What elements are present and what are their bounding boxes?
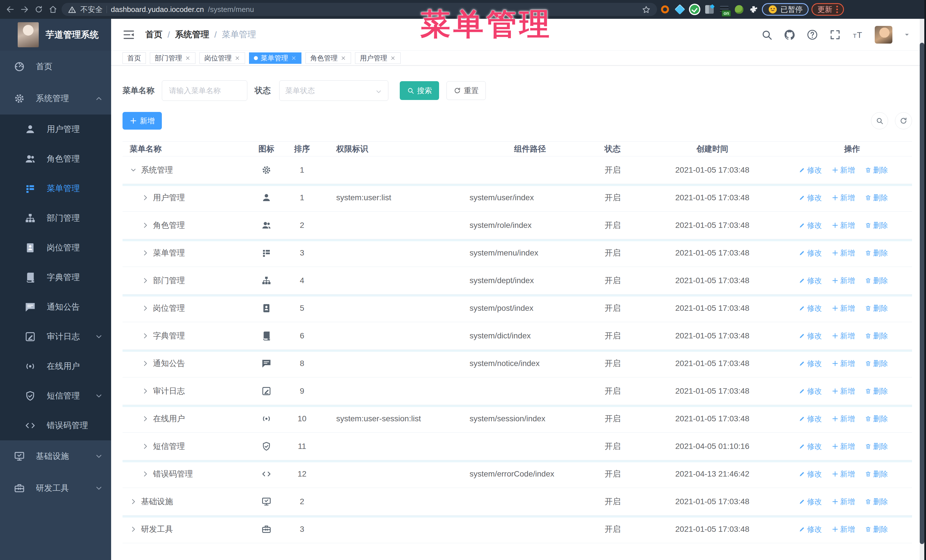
question-icon[interactable] [806, 29, 818, 41]
sidebar-item-3[interactable]: 角色管理 [0, 144, 111, 174]
sidebar-item-13[interactable]: 基础设施 [0, 440, 111, 472]
columns-extension-icon[interactable] [704, 4, 714, 15]
add-link[interactable]: 新增 [832, 524, 855, 534]
add-link[interactable]: 新增 [832, 442, 855, 451]
sidebar-item-7[interactable]: 字典管理 [0, 263, 111, 292]
orange-ring-extension-icon[interactable] [660, 4, 670, 15]
expand-row-icon[interactable] [142, 387, 149, 395]
edit-link[interactable]: 修改 [799, 331, 822, 341]
sidebar-item-0[interactable]: 首页 [0, 51, 111, 83]
edit-link[interactable]: 修改 [799, 193, 822, 203]
delete-link[interactable]: 删除 [865, 276, 888, 286]
close-icon[interactable] [291, 55, 297, 61]
paused-extension-pill[interactable]: 已暂停 [762, 3, 809, 16]
close-icon[interactable] [235, 55, 240, 61]
expand-row-icon[interactable] [142, 415, 149, 423]
reload-icon[interactable] [33, 4, 44, 15]
sidebar-item-4[interactable]: 菜单管理 [0, 174, 111, 203]
add-link[interactable]: 新增 [832, 331, 855, 341]
edit-link[interactable]: 修改 [799, 303, 822, 313]
add-link[interactable]: 新增 [832, 469, 855, 479]
tab-部门管理[interactable]: 部门管理 [150, 53, 195, 64]
search-button[interactable]: 搜索 [400, 81, 439, 100]
expand-row-icon[interactable] [142, 332, 149, 340]
tab-角色管理[interactable]: 角色管理 [306, 53, 351, 64]
add-link[interactable]: 新增 [832, 303, 855, 313]
refresh-table-button[interactable] [895, 112, 912, 129]
green-animal-extension-icon[interactable] [734, 4, 744, 15]
edit-link[interactable]: 修改 [799, 386, 822, 396]
bookmark-star-icon[interactable] [642, 5, 651, 14]
update-browser-button[interactable]: 更新 [811, 3, 844, 16]
edit-link[interactable]: 修改 [799, 165, 822, 175]
tab-首页[interactable]: 首页 [123, 53, 146, 64]
font-size-icon[interactable]: TT [852, 29, 864, 41]
avatar[interactable] [875, 26, 893, 44]
sidebar-item-11[interactable]: 短信管理 [0, 381, 111, 411]
breadcrumb-home[interactable]: 首页 [145, 29, 162, 41]
github-icon[interactable] [784, 29, 796, 41]
sidebar-item-6[interactable]: 岗位管理 [0, 233, 111, 263]
chevron-down-icon[interactable] [903, 31, 911, 38]
delete-link[interactable]: 删除 [865, 497, 888, 507]
add-button[interactable]: 新增 [123, 112, 162, 130]
edit-link[interactable]: 修改 [799, 442, 822, 451]
edit-link[interactable]: 修改 [799, 220, 822, 231]
expand-row-icon[interactable] [142, 249, 149, 257]
edit-link[interactable]: 修改 [799, 469, 822, 479]
add-link[interactable]: 新增 [832, 276, 855, 286]
collapse-row-icon[interactable] [130, 166, 137, 174]
forward-icon[interactable] [19, 4, 30, 15]
blue-gem-extension-icon[interactable] [675, 4, 685, 15]
add-link[interactable]: 新增 [832, 497, 855, 507]
delete-link[interactable]: 删除 [865, 442, 888, 451]
home-icon[interactable] [47, 4, 59, 15]
delete-link[interactable]: 删除 [865, 220, 888, 231]
tab-用户管理[interactable]: 用户管理 [355, 53, 401, 64]
delete-link[interactable]: 删除 [865, 359, 888, 368]
delete-link[interactable]: 删除 [865, 524, 888, 534]
sidebar-item-1[interactable]: 系统管理 [0, 83, 111, 115]
breadcrumb-system[interactable]: 系统管理 [175, 29, 209, 41]
add-link[interactable]: 新增 [832, 220, 855, 231]
edit-link[interactable]: 修改 [799, 359, 822, 368]
expand-row-icon[interactable] [130, 498, 137, 505]
search-icon[interactable] [761, 29, 773, 41]
edit-link[interactable]: 修改 [799, 497, 822, 507]
delete-link[interactable]: 删除 [865, 193, 888, 203]
app-logo[interactable]: 芋道管理系统 [0, 19, 111, 51]
fullscreen-icon[interactable] [829, 29, 841, 41]
tab-菜单管理[interactable]: 菜单管理 [249, 53, 301, 64]
edit-link[interactable]: 修改 [799, 276, 822, 286]
delete-link[interactable]: 删除 [865, 165, 888, 175]
reset-button[interactable]: 重置 [446, 81, 486, 100]
tab-岗位管理[interactable]: 岗位管理 [200, 53, 245, 64]
more-menu-icon[interactable] [836, 6, 838, 13]
add-link[interactable]: 新增 [832, 193, 855, 203]
expand-row-icon[interactable] [142, 470, 149, 478]
sidebar-item-8[interactable]: 通知公告 [0, 292, 111, 322]
edit-link[interactable]: 修改 [799, 524, 822, 534]
expand-row-icon[interactable] [142, 194, 149, 201]
sidebar-item-10[interactable]: 在线用户 [0, 352, 111, 381]
toggle-search-button[interactable] [871, 112, 888, 129]
sidebar-item-12[interactable]: 错误码管理 [0, 411, 111, 440]
scrollbar-thumb[interactable] [920, 43, 924, 544]
puzzle-extensions-menu-icon[interactable] [749, 4, 759, 15]
expand-row-icon[interactable] [130, 525, 137, 533]
delete-link[interactable]: 删除 [865, 414, 888, 424]
sidebar-item-9[interactable]: 审计日志 [0, 322, 111, 352]
expand-row-icon[interactable] [142, 305, 149, 312]
sidebar-item-2[interactable]: 用户管理 [0, 115, 111, 144]
sidebar-item-5[interactable]: 部门管理 [0, 203, 111, 233]
close-icon[interactable] [185, 55, 191, 61]
delete-link[interactable]: 删除 [865, 303, 888, 313]
delete-link[interactable]: 删除 [865, 469, 888, 479]
close-icon[interactable] [390, 55, 396, 61]
green-check-extension-icon[interactable] [690, 4, 700, 15]
add-link[interactable]: 新增 [832, 165, 855, 175]
menu-name-input[interactable] [162, 80, 247, 101]
address-bar[interactable]: 不安全 dashboard.yudao.iocoder.cn/system/me… [62, 3, 657, 16]
edit-link[interactable]: 修改 [799, 414, 822, 424]
expand-row-icon[interactable] [142, 443, 149, 450]
